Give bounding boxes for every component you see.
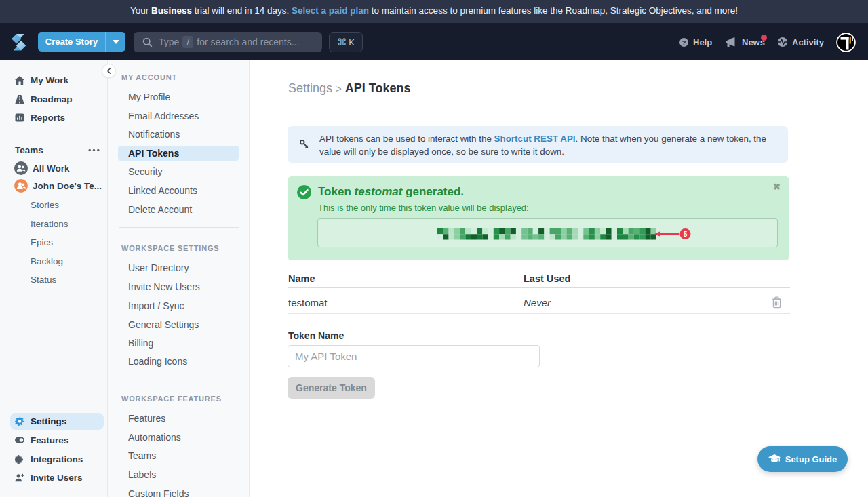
svg-text:5: 5 bbox=[684, 231, 688, 238]
svg-text:?: ? bbox=[682, 39, 686, 45]
